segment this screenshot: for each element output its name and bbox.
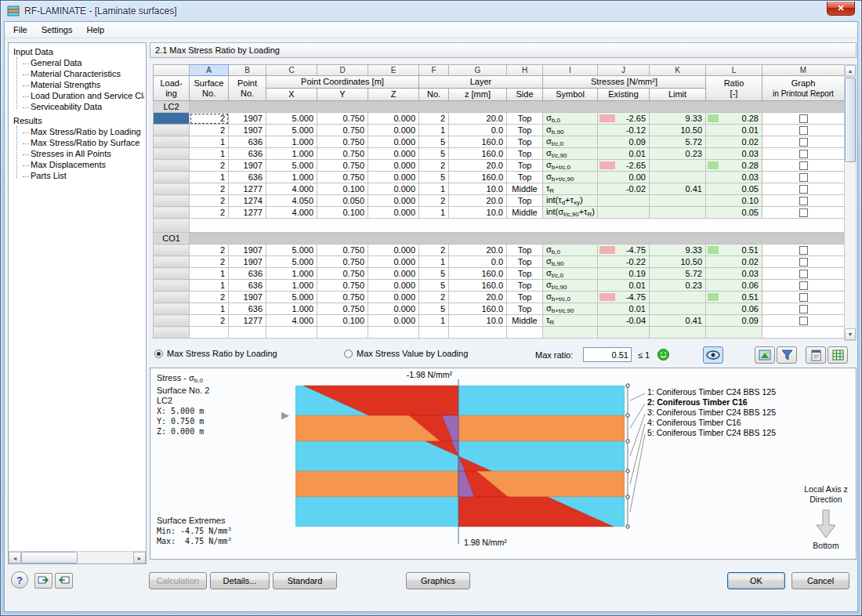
column-header-side[interactable]: Side [507, 89, 543, 101]
column-letter-E[interactable]: E [368, 65, 419, 76]
layer-no-cell[interactable]: 1 [419, 207, 449, 219]
side-cell[interactable]: Top [507, 268, 543, 280]
layer-no-cell[interactable]: 1 [419, 256, 449, 268]
existing-cell[interactable]: 0.00 [598, 172, 650, 183]
point-cell[interactable]: 1907 [229, 113, 266, 125]
column-header-ratio[interactable]: Ratio[-] [706, 76, 762, 101]
limit-cell[interactable] [650, 292, 706, 303]
surface-cell[interactable]: 2 [190, 207, 229, 219]
limit-cell[interactable] [650, 160, 706, 172]
layer-no-cell[interactable]: 2 [419, 245, 449, 256]
ratio-cell[interactable]: 0.06 [706, 303, 762, 315]
ratio-cell[interactable]: 0.01 [706, 125, 762, 136]
point-cell[interactable]: 1907 [229, 125, 266, 136]
nav-left-button[interactable] [34, 573, 53, 589]
coord-y-cell[interactable]: 0.750 [317, 172, 368, 183]
surface-cell[interactable]: 1 [190, 268, 229, 280]
table-vertical-scrollbar[interactable]: ▲ ▼ [844, 64, 857, 341]
graph-checkbox-cell[interactable] [762, 113, 845, 125]
coord-y-cell[interactable]: 0.750 [317, 303, 368, 315]
coord-x-cell[interactable]: 1.000 [266, 268, 317, 280]
ratio-cell[interactable]: 0.28 [706, 113, 762, 125]
export-table-button[interactable] [828, 346, 848, 364]
layer-no-cell[interactable]: 1 [419, 315, 449, 327]
scrollbar-thumb[interactable] [21, 552, 78, 563]
coord-y-cell[interactable]: 0.750 [317, 160, 368, 172]
side-cell[interactable]: Top [507, 256, 543, 268]
graph-checkbox-cell[interactable] [762, 292, 845, 303]
surface-cell[interactable]: 2 [190, 125, 229, 136]
coord-x-cell[interactable]: 5.000 [266, 113, 317, 125]
filter-button[interactable] [777, 346, 797, 364]
graphics-button[interactable]: Graphics [406, 572, 470, 589]
limit-cell[interactable]: 0.41 [650, 183, 706, 195]
point-cell[interactable]: 1277 [229, 315, 266, 327]
point-cell[interactable]: 1907 [229, 256, 266, 268]
ratio-cell[interactable]: 0.51 [706, 292, 762, 303]
point-cell[interactable]: 1907 [229, 292, 266, 303]
coord-x-cell[interactable]: 1.000 [266, 136, 317, 148]
layer-z-cell[interactable]: 160.0 [449, 172, 507, 183]
point-cell[interactable]: 1907 [229, 245, 266, 256]
point-cell[interactable]: 636 [229, 136, 266, 148]
graph-checkbox-cell[interactable] [762, 136, 845, 148]
side-cell[interactable]: Top [507, 195, 543, 207]
limit-cell[interactable] [650, 195, 706, 207]
graph-checkbox[interactable] [799, 246, 808, 255]
limit-cell[interactable]: 0.23 [650, 280, 706, 292]
surface-cell[interactable]: 1 [190, 172, 229, 183]
coord-x-cell[interactable]: 5.000 [266, 160, 317, 172]
coord-z-cell[interactable]: 0.000 [368, 136, 419, 148]
layer-no-cell[interactable]: 5 [419, 148, 449, 160]
printout-report-button[interactable] [806, 346, 826, 364]
side-cell[interactable]: Top [507, 125, 543, 136]
ratio-cell[interactable]: 0.03 [706, 172, 762, 183]
symbol-cell[interactable]: σb,0 [543, 245, 598, 256]
coord-z-cell[interactable]: 0.000 [368, 172, 419, 183]
ratio-cell[interactable]: 0.06 [706, 280, 762, 292]
limit-cell[interactable]: 5.72 [650, 136, 706, 148]
column-letter-I[interactable]: I [543, 65, 598, 76]
column-header-existing[interactable]: Existing [598, 89, 650, 101]
coord-x-cell[interactable]: 5.000 [266, 245, 317, 256]
row-selector[interactable] [154, 268, 190, 280]
point-cell[interactable]: 636 [229, 280, 266, 292]
point-cell[interactable]: 1274 [229, 195, 266, 207]
existing-cell[interactable]: -0.02 [598, 183, 650, 195]
existing-cell[interactable]: -2.65 [598, 160, 650, 172]
layer-no-cell[interactable]: 2 [419, 160, 449, 172]
result-to-graphics-button[interactable] [755, 346, 775, 364]
existing-cell[interactable]: -0.12 [598, 125, 650, 136]
layer-z-cell[interactable]: 0.0 [449, 256, 507, 268]
surface-cell[interactable]: 2 [190, 195, 229, 207]
row-selector[interactable] [154, 207, 190, 219]
limit-cell[interactable] [650, 303, 706, 315]
symbol-cell[interactable]: σb+t/c,0 [543, 160, 598, 172]
coord-y-cell[interactable]: 0.100 [317, 183, 368, 195]
sidebar-horizontal-scrollbar[interactable]: ◄ ► [9, 551, 146, 563]
graph-checkbox[interactable] [799, 185, 808, 194]
layer-no-cell[interactable]: 1 [419, 183, 449, 195]
graph-checkbox[interactable] [799, 258, 808, 266]
coord-y-cell[interactable]: 0.750 [317, 136, 368, 148]
coord-z-cell[interactable]: 0.000 [368, 245, 419, 256]
coord-z-cell[interactable]: 0.000 [368, 292, 419, 303]
tree-item[interactable]: Material Strengths [17, 79, 144, 90]
coord-x-cell[interactable]: 5.000 [266, 125, 317, 136]
graph-checkbox[interactable] [799, 114, 808, 123]
column-letter-C[interactable]: C [266, 65, 317, 76]
ratio-cell[interactable]: 0.02 [706, 136, 762, 148]
column-header-x[interactable]: X [266, 89, 317, 101]
tree-item[interactable]: Load Duration and Service Clas [17, 90, 144, 101]
column-header-symbol[interactable]: Symbol [543, 89, 598, 101]
row-selector[interactable] [154, 113, 190, 125]
tree-item[interactable]: Serviceability Data [17, 101, 144, 112]
coord-z-cell[interactable]: 0.000 [368, 195, 419, 207]
coord-z-cell[interactable]: 0.000 [368, 113, 419, 125]
row-selector[interactable] [154, 195, 190, 207]
limit-cell[interactable]: 10.50 [650, 256, 706, 268]
column-letter-K[interactable]: K [650, 65, 706, 76]
existing-cell[interactable]: -4.75 [598, 292, 650, 303]
row-selector[interactable] [154, 172, 190, 183]
existing-cell[interactable]: 0.01 [598, 303, 650, 315]
